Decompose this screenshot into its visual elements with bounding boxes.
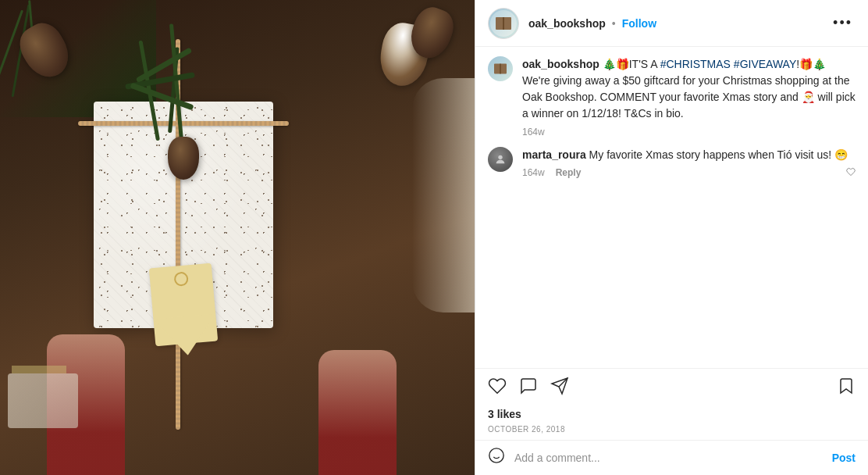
caption-timestamp: 164w (522, 127, 856, 138)
comment-input-row: Post (475, 440, 868, 475)
like-icon (488, 377, 507, 395)
post-header: oak_bookshop • Follow ••• (475, 0, 868, 47)
header-info: oak_bookshop • Follow (528, 17, 830, 30)
comment-content: My favorite Xmas story happens when Tió … (589, 148, 848, 161)
caption-username[interactable]: oak_bookshop (522, 58, 599, 70)
post-date: OCTOBER 26, 2018 (475, 423, 868, 440)
hand-right (318, 350, 397, 475)
gift-tag (149, 263, 218, 347)
share-icon (550, 377, 569, 395)
caption-avatar[interactable] (488, 56, 513, 81)
like-button[interactable] (488, 377, 507, 398)
comment-text: marta_roura My favorite Xmas story happe… (522, 147, 856, 163)
comment-button[interactable] (519, 377, 538, 398)
right-panel: oak_bookshop • Follow ••• oak_bookshop 🎄… (475, 0, 868, 475)
pinecone-on-gift (168, 137, 199, 180)
heart-svg (846, 167, 856, 177)
comment-input[interactable] (514, 452, 832, 464)
comment-timestamp: 164w (522, 167, 545, 178)
comment-heart-icon[interactable] (846, 166, 856, 179)
emoji-button[interactable] (488, 447, 505, 469)
header-username[interactable]: oak_bookshop (528, 17, 606, 30)
post-comment-button[interactable]: Post (832, 452, 856, 464)
twine-horizontal (78, 121, 289, 126)
caption-content: oak_bookshop 🎄🎁IT'S A #CHRISTMAS #GIVEAW… (522, 56, 856, 138)
post-image (0, 0, 475, 475)
svg-point-3 (489, 448, 503, 462)
svg-point-0 (498, 155, 502, 159)
post-caption: oak_bookshop 🎄🎁IT'S A #CHRISTMAS #GIVEAW… (488, 56, 856, 138)
reply-button[interactable]: Reply (556, 167, 582, 178)
post-content: oak_bookshop 🎄🎁IT'S A #CHRISTMAS #GIVEAW… (475, 47, 868, 368)
emoji-icon (488, 447, 505, 464)
more-options-button[interactable]: ••• (830, 15, 856, 31)
likes-count: 3 likes (475, 405, 868, 423)
caption-text: oak_bookshop 🎄🎁IT'S A #CHRISTMAS #GIVEAW… (522, 56, 856, 122)
more-icon: ••• (833, 15, 852, 30)
comment-username[interactable]: marta_roura (522, 148, 586, 161)
person-icon (494, 153, 507, 166)
actions-bar (475, 368, 868, 405)
profile-avatar[interactable] (488, 8, 519, 39)
share-button[interactable] (550, 377, 569, 398)
comment-row: marta_roura My favorite Xmas story happe… (488, 147, 856, 179)
comment-meta: 164w Reply (522, 166, 856, 179)
follow-button[interactable]: Follow (622, 17, 656, 30)
bookmark-button[interactable] (837, 377, 856, 398)
commenter-avatar[interactable] (488, 147, 513, 172)
dot-separator: • (612, 17, 616, 30)
comment-body: marta_roura My favorite Xmas story happe… (522, 147, 856, 179)
comment-icon (519, 377, 538, 395)
bookmark-icon (837, 377, 856, 395)
